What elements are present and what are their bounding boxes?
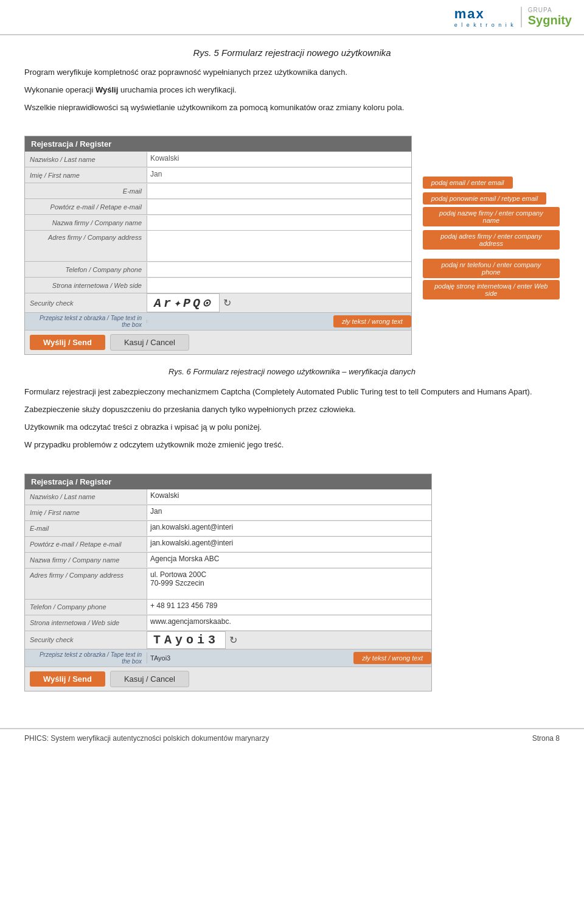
security-label: Security check xyxy=(25,297,147,309)
footer: PHICS: System weryfikacji autentyczności… xyxy=(0,728,584,747)
form2-row-phone: Telefon / Company phone + 48 91 123 456 … xyxy=(25,600,431,615)
section2-para3: Użytkownik ma odczytać treści z obrazka … xyxy=(24,421,560,434)
para2-start: Wykonanie operacji xyxy=(24,85,96,94)
f2-label-company: Nazwa firmy / Company name xyxy=(25,554,147,566)
f2-cancel-button[interactable]: Kasuj / Cancel xyxy=(110,671,189,687)
f2-label-website: Strona internetowa / Web side xyxy=(25,617,147,629)
hint-firstname xyxy=(418,159,560,175)
label-lastname: Nazwisko / Last name xyxy=(25,153,147,166)
hint-address: podaj adres firmy / enter company addres… xyxy=(418,228,560,258)
label-email: E-mail xyxy=(25,185,147,197)
field-company[interactable] xyxy=(147,215,411,230)
form1-row-phone: Telefon / Company phone xyxy=(25,262,411,278)
f2-label-retape: Powtórz e-mail / Retape e-mail xyxy=(25,538,147,550)
form1-row-website: Strona internetowa / Web side xyxy=(25,278,411,293)
f2-send-button[interactable]: Wyślij / Send xyxy=(30,671,105,687)
logo-area: max e l e k t r o n i k GRUPA Sygnity xyxy=(454,6,572,28)
f2-wrong-text-button[interactable]: zły tekst / wrong text xyxy=(349,652,431,664)
hint-phone-btn[interactable]: podaj nr telefonu / enter company phone xyxy=(423,259,560,278)
label-address: Adres firmy / Company address xyxy=(25,231,147,243)
send-button[interactable]: Wyślij / Send xyxy=(30,335,105,350)
f2-label-email: E-mail xyxy=(25,522,147,534)
f2-wrong-text-btn[interactable]: zły tekst / wrong text xyxy=(353,652,431,664)
f2-field-lastname: Kowalski xyxy=(147,489,431,504)
form1-buttons: Wyślij / Send Kasuj / Cancel xyxy=(25,331,411,354)
main-content: Rys. 5 Formularz rejestracji nowego użyt… xyxy=(0,35,584,716)
cancel-button[interactable]: Kasuj / Cancel xyxy=(110,334,189,351)
hint-company: podaj nazwę firmy / enter company name xyxy=(418,206,560,228)
wrong-text-button[interactable]: zły tekst / wrong text xyxy=(328,315,411,327)
form1-area: Rejestracja / Register Nazwisko / Last n… xyxy=(24,125,560,361)
form1-tape-row: Przepisz tekst z obrazka / Tape text in … xyxy=(25,313,411,331)
field-retape-email[interactable] xyxy=(147,200,411,214)
field-firstname: Jan xyxy=(147,168,411,183)
field-address[interactable] xyxy=(147,231,411,261)
f2-field-address: ul. Portowa 200C70-999 Szczecin xyxy=(147,569,431,599)
form1-row-address: Adres firmy / Company address xyxy=(25,231,411,262)
form2-row-firstname: Imię / First name Jan xyxy=(25,505,431,521)
form1-row-retape-email: Powtórz e-mail / Retape e-mail xyxy=(25,199,411,215)
label-company: Nazwa firmy / Company name xyxy=(25,217,147,229)
f2-field-retape: jan.kowalski.agent@interi xyxy=(147,537,431,551)
header: max e l e k t r o n i k GRUPA Sygnity xyxy=(0,0,584,35)
f2-captcha-refresh-icon[interactable]: ↻ xyxy=(229,634,237,646)
f2-label-phone: Telefon / Company phone xyxy=(25,601,147,613)
form2: Rejestracja / Register Nazwisko / Last n… xyxy=(24,474,432,691)
label-phone: Telefon / Company phone xyxy=(25,264,147,276)
tape-field[interactable] xyxy=(147,320,328,323)
form1-row-company: Nazwa firmy / Company name xyxy=(25,215,411,231)
field-email[interactable] xyxy=(147,184,411,198)
form1-row-lastname: Nazwisko / Last name Kowalski xyxy=(25,152,411,167)
wrong-text-btn[interactable]: zły tekst / wrong text xyxy=(333,315,411,327)
hint-website: podaję stronę internetową / enter Web si… xyxy=(418,279,560,301)
f2-field-email: jan.kowalski.agent@interi xyxy=(147,521,431,536)
f2-tape-field[interactable]: TAyoi3 xyxy=(147,653,349,663)
form2-buttons: Wyślij / Send Kasuj / Cancel xyxy=(25,667,431,691)
para1: Program weryfikuje kompletność oraz popr… xyxy=(24,66,560,79)
section2-para4: W przypadku problemów z odczytem użytkow… xyxy=(24,439,560,452)
hint-address-btn[interactable]: podaj adres firmy / enter company addres… xyxy=(423,230,560,250)
form2-row-retape: Powtórz e-mail / Retape e-mail jan.kowal… xyxy=(25,537,431,553)
captcha-image: Ar✦PQ⊙ xyxy=(147,293,220,312)
hint-email: podaj email / enter email xyxy=(418,175,560,191)
logo-sygnity: GRUPA Sygnity xyxy=(521,7,572,27)
hints-column: podaj email / enter email podaj ponownie… xyxy=(418,125,560,301)
f2-tape-label: Przepisz tekst z obrazka / Tape text in … xyxy=(25,649,147,667)
field-lastname: Kowalski xyxy=(147,152,411,167)
section2-para2: Zabezpieczenie służy dopuszczeniu do prz… xyxy=(24,404,560,416)
hint-retape-btn[interactable]: podaj ponownie email / retype email xyxy=(423,192,547,205)
hint-company-btn[interactable]: podaj nazwę firmy / enter company name xyxy=(423,207,560,226)
hint-email-btn[interactable]: podaj email / enter email xyxy=(423,177,513,189)
form2-area: Rejestracja / Register Nazwisko / Last n… xyxy=(24,463,560,698)
form1-row-email: E-mail xyxy=(25,183,411,199)
footer-page: Strona 8 xyxy=(532,734,560,743)
caption1: Rys. 6 Formularz rejestracji nowego użyt… xyxy=(24,367,560,376)
section1-title: Rys. 5 Formularz rejestracji nowego użyt… xyxy=(24,47,560,58)
para2-bold: Wyślij xyxy=(96,85,118,94)
hint-website-btn[interactable]: podaję stronę internetową / enter Web si… xyxy=(423,280,560,299)
logo-max: max e l e k t r o n i k xyxy=(454,6,515,28)
form2-security-row: Security check TAyoi3 ↻ xyxy=(25,631,431,649)
form2-title: Rejestracja / Register xyxy=(25,474,431,489)
para2-end: uruchamia proces ich weryfikacji. xyxy=(118,85,236,94)
hint-retape: podaj ponownie email / retype email xyxy=(418,191,560,206)
footer-text: PHICS: System weryfikacji autentyczności… xyxy=(24,734,269,743)
form1: Rejestracja / Register Nazwisko / Last n… xyxy=(24,136,412,355)
label-retape-email: Powtórz e-mail / Retape e-mail xyxy=(25,201,147,213)
field-website[interactable] xyxy=(147,278,411,293)
form2-row-address: Adres firmy / Company address ul. Portow… xyxy=(25,569,431,600)
form1-title: Rejestracja / Register xyxy=(25,136,411,152)
hint-lastname xyxy=(418,143,560,159)
f2-field-firstname: Jan xyxy=(147,505,431,520)
field-phone[interactable] xyxy=(147,262,411,277)
form2-tape-row: Przepisz tekst z obrazka / Tape text in … xyxy=(25,649,431,667)
f2-field-phone: + 48 91 123 456 789 xyxy=(147,600,431,614)
captcha-refresh-icon[interactable]: ↻ xyxy=(223,297,231,309)
section2-para1: Formularz rejestracji jest zabezpieczony… xyxy=(24,386,560,399)
f2-label-firstname: Imię / First name xyxy=(25,506,147,519)
form2-row-email: E-mail jan.kowalski.agent@interi xyxy=(25,521,431,537)
para3: Wszelkie nieprawidłowości są wyświetlani… xyxy=(24,102,560,114)
form2-row-website: Strona internetowa / Web side www.agencj… xyxy=(25,615,431,631)
form2-row-company: Nazwa firmy / Company name Agencja Morsk… xyxy=(25,553,431,569)
tape-label: Przepisz tekst z obrazka / Tape text in … xyxy=(25,313,147,330)
